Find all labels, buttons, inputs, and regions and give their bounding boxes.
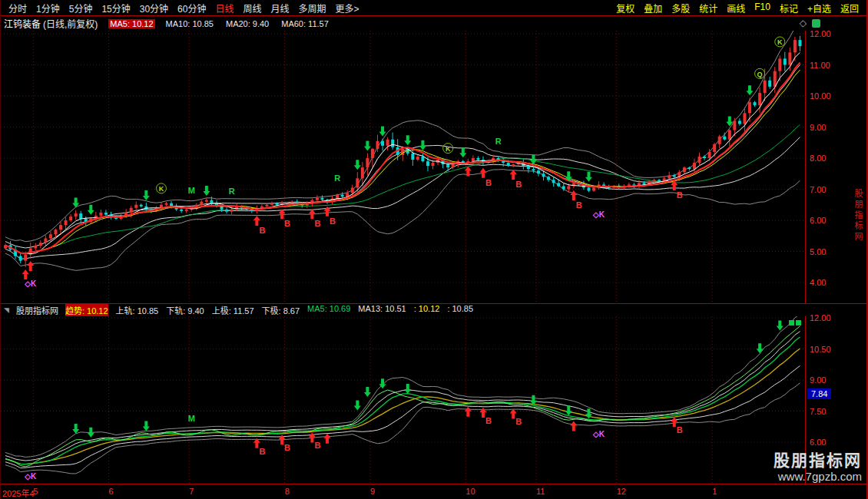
ma-values: MA5: 10.12MA10: 10.85MA20: 9.40MA60: 11.… <box>108 19 330 28</box>
month-tick: 2025年4 <box>2 487 35 499</box>
month-tick: 9 <box>370 487 375 496</box>
indicator-field: : 10.12 <box>414 304 440 316</box>
sell-signal-arrow <box>777 321 784 331</box>
toolbar-item-+自选[interactable]: +自选 <box>803 2 836 15</box>
svg-text:K: K <box>159 185 164 193</box>
titlebar-icons: ◇ <box>800 18 820 28</box>
sell-signal-arrow <box>404 135 411 145</box>
month-tick: 7 <box>189 487 194 496</box>
toolbar-item-30分钟[interactable]: 30分钟 <box>135 2 173 15</box>
svg-text:M: M <box>188 414 195 423</box>
toolbar-item-60分钟[interactable]: 60分钟 <box>173 2 210 15</box>
sell-signal-arrow <box>565 405 572 415</box>
price-tick: 8.00 <box>810 154 826 163</box>
sell-signal-arrow <box>379 127 386 137</box>
price-tick: 11.00 <box>810 61 830 70</box>
toolbar-item-多周期[interactable]: 多周期 <box>294 2 331 15</box>
watermark-url: www.7gpzb.com <box>774 470 862 483</box>
sell-signal-arrow <box>203 186 210 196</box>
svg-text:◇K: ◇K <box>592 210 605 219</box>
main-price-axis: 12.0011.0010.009.008.007.006.005.004.00 <box>805 31 868 304</box>
svg-text:B: B <box>515 180 522 189</box>
sell-signal-arrow <box>143 421 150 431</box>
sell-signal-arrow <box>419 140 426 150</box>
sell-signal-arrow <box>72 424 79 434</box>
sell-signal-arrow <box>364 387 371 397</box>
svg-text:B: B <box>576 200 582 210</box>
indicator-collapse-icon[interactable]: ◥ <box>4 306 9 314</box>
price-tick: 12.00 <box>810 313 831 322</box>
toolbar-right: 复权叠加多股统计画线F10标记+自选返回 <box>608 2 866 15</box>
toolbar-item-返回[interactable]: 返回 <box>836 2 863 15</box>
toolbar-item-5分钟[interactable]: 5分钟 <box>65 2 98 15</box>
toolbar-item-1分钟[interactable]: 1分钟 <box>31 2 65 15</box>
green-flag-icon <box>789 320 794 326</box>
toolbar-item-更多>[interactable]: 更多> <box>331 2 364 15</box>
trend-chart[interactable]: BBBBBBM◇K◇K <box>1 316 805 484</box>
period-toolbar: 分时1分钟5分钟15分钟30分钟60分钟日线周线月线多周期更多> 复权叠加多股统… <box>1 0 866 16</box>
svg-text:R: R <box>229 187 235 196</box>
svg-text:B: B <box>677 190 683 200</box>
sell-signal-arrow <box>88 205 94 215</box>
app-window: 分时1分钟5分钟15分钟30分钟60分钟日线周线月线多周期更多> 复权叠加多股统… <box>0 0 868 499</box>
toolbar-item-日线[interactable]: 日线 <box>210 2 238 15</box>
price-tick: 7.50 <box>810 407 826 416</box>
month-tick: 11 <box>536 487 545 496</box>
price-tick: 5.00 <box>810 247 826 256</box>
mini-logo-icon <box>812 19 820 28</box>
toolbar-left: 分时1分钟5分钟15分钟30分钟60分钟日线周线月线多周期更多> <box>1 2 367 15</box>
month-tick: 10 <box>465 487 475 496</box>
month-tick: 6 <box>108 487 113 496</box>
buy-signal-arrow <box>479 168 486 178</box>
toolbar-item-周线[interactable]: 周线 <box>238 2 266 15</box>
sell-signal-arrow <box>354 160 361 170</box>
svg-text:B: B <box>259 447 265 456</box>
sell-signal-arrow <box>354 401 361 411</box>
side-watermark: 股朋指标网 <box>852 189 864 243</box>
toolbar-item-F10[interactable]: F10 <box>750 2 775 15</box>
time-axis[interactable]: 2025年4567891011121 <box>1 484 868 499</box>
svg-text:B: B <box>330 216 336 226</box>
indicator-values: 趋势: 10.12上轨: 10.85下轨: 9.40上极: 11.57下极: 8… <box>65 304 473 316</box>
svg-text:B: B <box>677 425 683 435</box>
ma-value: MA60: 11.57 <box>280 19 330 28</box>
indicator-field: MA13: 10.51 <box>358 304 406 316</box>
indicator-field: 上轨: 10.85 <box>116 304 159 316</box>
toolbar-item-叠加[interactable]: 叠加 <box>639 2 667 15</box>
svg-text:B: B <box>485 178 492 187</box>
svg-text:B: B <box>284 443 290 452</box>
indicator-source: 股朋指标网 <box>16 304 58 316</box>
svg-text:B: B <box>259 226 265 235</box>
month-tick: 8 <box>285 487 290 496</box>
sell-signal-arrow <box>459 147 466 157</box>
ma-value: MA10: 10.85 <box>164 19 215 28</box>
diamond-icon[interactable]: ◇ <box>800 18 807 28</box>
toolbar-item-15分钟[interactable]: 15分钟 <box>97 2 134 15</box>
svg-text:B: B <box>515 417 522 426</box>
toolbar-item-复权[interactable]: 复权 <box>611 2 639 15</box>
price-tick: 4.00 <box>810 278 826 287</box>
toolbar-item-月线[interactable]: 月线 <box>267 2 294 15</box>
buy-signal-arrow <box>570 190 577 200</box>
main-chart[interactable]: BBBBBBBBRRRMKKKQ◇K◇K <box>1 31 805 304</box>
toolbar-item-分时[interactable]: 分时 <box>4 2 31 15</box>
price-tick: 9.00 <box>810 375 826 385</box>
chart-title-bar: 江钨装备 (日线,前复权) MA5: 10.12MA10: 10.85MA20:… <box>1 16 868 31</box>
svg-text:B: B <box>485 416 492 425</box>
month-tick: 1 <box>712 487 717 496</box>
svg-text:K: K <box>777 38 783 46</box>
watermark-site-name: 股朋指标网 <box>774 451 862 470</box>
price-tick: 6.00 <box>810 438 826 447</box>
toolbar-item-标记[interactable]: 标记 <box>775 2 803 15</box>
toolbar-item-画线[interactable]: 画线 <box>722 2 750 15</box>
buy-signal-arrow <box>22 269 29 279</box>
indicator-field: 下极: 8.67 <box>262 304 300 316</box>
svg-text:B: B <box>314 219 320 228</box>
sell-signal-arrow <box>746 85 753 95</box>
toolbar-item-多股[interactable]: 多股 <box>667 2 694 15</box>
buy-signal-arrow <box>570 421 577 431</box>
toolbar-item-统计[interactable]: 统计 <box>694 2 722 15</box>
watermark: 股朋指标网 www.7gpzb.com <box>774 451 862 483</box>
indicator-field: MA5: 10.69 <box>307 304 350 316</box>
indicator-field: 趋势: 10.12 <box>65 304 108 316</box>
